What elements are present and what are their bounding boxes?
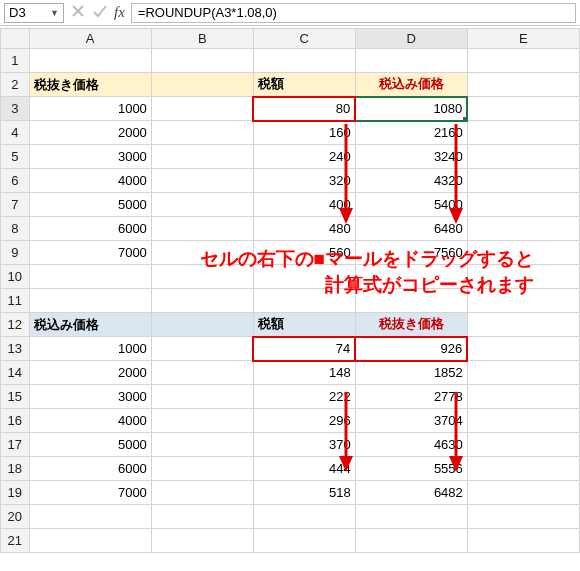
row-header[interactable]: 2 (1, 73, 30, 97)
col-header-a[interactable]: A (29, 29, 151, 49)
cell[interactable] (151, 169, 253, 193)
cell[interactable] (467, 313, 579, 337)
cell[interactable] (467, 337, 579, 361)
cell[interactable]: 370 (253, 433, 355, 457)
cell[interactable] (151, 145, 253, 169)
cell[interactable]: 4000 (29, 409, 151, 433)
cell[interactable] (253, 289, 355, 313)
cell[interactable] (355, 265, 467, 289)
cell[interactable] (467, 169, 579, 193)
cell[interactable] (29, 505, 151, 529)
cell-selected[interactable]: 1080 (355, 97, 467, 121)
cell[interactable] (151, 313, 253, 337)
row-header[interactable]: 1 (1, 49, 30, 73)
cell[interactable] (467, 217, 579, 241)
cell[interactable] (467, 145, 579, 169)
cell-header[interactable]: 税込み価格 (355, 73, 467, 97)
cell[interactable]: 480 (253, 217, 355, 241)
row-header[interactable]: 6 (1, 169, 30, 193)
cell[interactable]: 6480 (355, 217, 467, 241)
cell[interactable]: 3704 (355, 409, 467, 433)
row-header[interactable]: 11 (1, 289, 30, 313)
cell[interactable] (151, 481, 253, 505)
cell[interactable] (467, 361, 579, 385)
row-header[interactable]: 18 (1, 457, 30, 481)
cell[interactable] (151, 409, 253, 433)
row-header[interactable]: 15 (1, 385, 30, 409)
row-header[interactable]: 20 (1, 505, 30, 529)
cell[interactable] (253, 49, 355, 73)
cell[interactable] (151, 193, 253, 217)
row-header[interactable]: 5 (1, 145, 30, 169)
cell[interactable] (355, 529, 467, 553)
row-header[interactable]: 12 (1, 313, 30, 337)
cell[interactable]: 6000 (29, 217, 151, 241)
col-header-e[interactable]: E (467, 29, 579, 49)
cell[interactable] (253, 529, 355, 553)
row-header[interactable]: 9 (1, 241, 30, 265)
cell[interactable]: 4320 (355, 169, 467, 193)
cell[interactable] (151, 241, 253, 265)
formula-input[interactable]: =ROUNDUP(A3*1.08,0) (131, 3, 576, 23)
cell[interactable]: 7560 (355, 241, 467, 265)
cell[interactable]: 3000 (29, 385, 151, 409)
cell[interactable] (151, 361, 253, 385)
spreadsheet-grid[interactable]: A B C D E 1 2 税抜き価格 税額 税込み価格 3 1000 80 1… (0, 28, 580, 553)
cell[interactable]: 160 (253, 121, 355, 145)
cell[interactable] (151, 49, 253, 73)
row-header[interactable]: 8 (1, 217, 30, 241)
cell[interactable]: 5400 (355, 193, 467, 217)
cell[interactable] (467, 73, 579, 97)
cell[interactable]: 1000 (29, 97, 151, 121)
cell[interactable] (151, 265, 253, 289)
cell[interactable]: 7000 (29, 481, 151, 505)
cell[interactable]: 80 (253, 97, 355, 121)
cell[interactable] (467, 121, 579, 145)
row-header[interactable]: 14 (1, 361, 30, 385)
cell[interactable]: 6482 (355, 481, 467, 505)
cell[interactable] (355, 49, 467, 73)
cell[interactable] (467, 385, 579, 409)
cell[interactable]: 560 (253, 241, 355, 265)
row-header[interactable]: 17 (1, 433, 30, 457)
cell[interactable]: 148 (253, 361, 355, 385)
col-header-b[interactable]: B (151, 29, 253, 49)
cell[interactable] (467, 505, 579, 529)
cell[interactable] (467, 265, 579, 289)
cell[interactable] (151, 217, 253, 241)
row-header[interactable]: 7 (1, 193, 30, 217)
cell[interactable] (467, 433, 579, 457)
row-header[interactable]: 4 (1, 121, 30, 145)
cell[interactable]: 74 (253, 337, 355, 361)
cell[interactable]: 926 (355, 337, 467, 361)
cell[interactable]: 4000 (29, 169, 151, 193)
row-header[interactable]: 13 (1, 337, 30, 361)
cell[interactable]: 2160 (355, 121, 467, 145)
cell[interactable]: 7000 (29, 241, 151, 265)
cell[interactable] (467, 409, 579, 433)
chevron-down-icon[interactable]: ▼ (50, 8, 59, 18)
cell[interactable]: 3000 (29, 145, 151, 169)
cell[interactable] (467, 289, 579, 313)
cell[interactable] (151, 121, 253, 145)
cell[interactable]: 320 (253, 169, 355, 193)
cell-header[interactable]: 税額 (253, 73, 355, 97)
cell[interactable] (151, 73, 253, 97)
row-header[interactable]: 16 (1, 409, 30, 433)
cell[interactable]: 6000 (29, 457, 151, 481)
cell[interactable] (467, 241, 579, 265)
cell[interactable] (151, 529, 253, 553)
cell[interactable] (253, 505, 355, 529)
row-header[interactable]: 10 (1, 265, 30, 289)
name-box[interactable]: D3 ▼ (4, 3, 64, 23)
fx-icon[interactable]: fx (114, 4, 125, 21)
cell[interactable] (151, 97, 253, 121)
col-header-d[interactable]: D (355, 29, 467, 49)
cell[interactable] (253, 265, 355, 289)
cell[interactable] (29, 529, 151, 553)
cell[interactable] (467, 481, 579, 505)
cell[interactable]: 3240 (355, 145, 467, 169)
cell[interactable]: 5000 (29, 433, 151, 457)
cell[interactable] (29, 49, 151, 73)
cell[interactable]: 518 (253, 481, 355, 505)
